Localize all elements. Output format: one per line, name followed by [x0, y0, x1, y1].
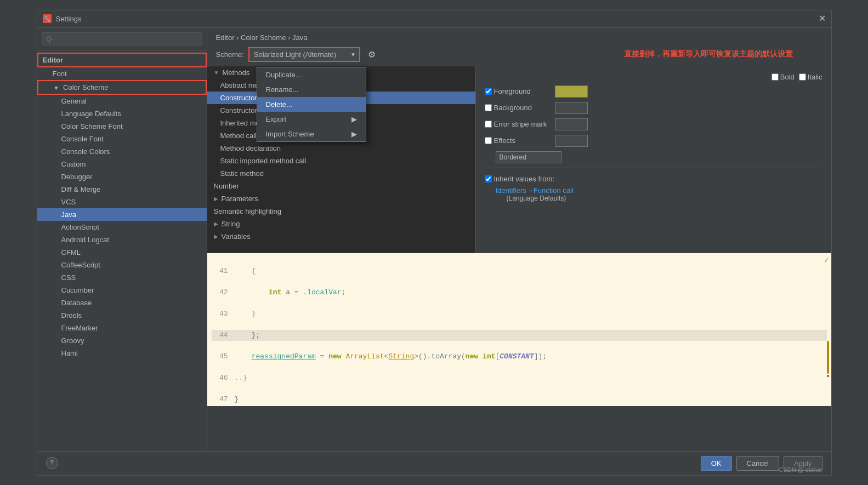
sidebar-item-editor[interactable]: Editor	[37, 53, 207, 67]
sidebar-item-label: Color Scheme Font	[61, 122, 123, 130]
ok-button[interactable]: OK	[701, 456, 732, 471]
sidebar-item-android-logcat[interactable]: Android Logcat	[37, 233, 207, 246]
inherit-checkbox[interactable]	[485, 175, 492, 182]
effects-type-select[interactable]: Bordered	[496, 151, 561, 163]
scheme-select[interactable]: Solarized Light (Alternate) Solarized Li…	[249, 48, 359, 61]
sidebar-item-actionscript[interactable]: ActionScript	[37, 221, 207, 233]
effects-checkbox[interactable]	[485, 137, 492, 144]
sidebar-item-database[interactable]: Database	[37, 296, 207, 309]
sidebar-item-label: General	[61, 97, 87, 105]
sidebar-item-general[interactable]: General	[37, 95, 207, 107]
foreground-checkbox[interactable]	[485, 88, 492, 95]
main-content: Editor › Color Scheme › Java Scheme: Sol…	[207, 28, 831, 451]
sidebar-item-debugger[interactable]: Debugger	[37, 170, 207, 183]
foreground-color-swatch[interactable]	[555, 85, 588, 98]
sidebar-item-custom[interactable]: Custom	[37, 158, 207, 170]
sidebar-item-label: Language Defaults	[61, 110, 121, 118]
divider	[485, 168, 822, 168]
sidebar-item-label: Editor	[43, 56, 64, 64]
dropdown-item-rename[interactable]: Rename...	[257, 82, 366, 97]
tree-item-variables[interactable]: ▶ Variables	[207, 230, 475, 243]
search-input[interactable]	[42, 32, 202, 45]
sidebar-item-freemarker[interactable]: FreeMarker	[37, 322, 207, 334]
error-stripe-label: Error stripe mark	[485, 120, 551, 128]
sidebar-item-label: Java	[61, 210, 76, 219]
inherit-sub: (Language Defaults)	[507, 195, 822, 202]
gear-button[interactable]: ⚙	[365, 48, 379, 61]
tree-item-parameters[interactable]: ▶ Parameters	[207, 192, 475, 205]
inherit-link[interactable]: Identifiers→Function call	[496, 186, 574, 195]
dropdown-item-duplicate[interactable]: Duplicate...	[257, 67, 366, 82]
sidebar-item-label: Debugger	[61, 173, 93, 181]
sidebar-item-language-defaults[interactable]: Language Defaults	[37, 107, 207, 120]
props-panel: Bold Italic Foreground	[476, 66, 831, 253]
sidebar-item-font[interactable]: Font	[37, 67, 207, 80]
background-color-swatch[interactable]	[555, 102, 588, 114]
sidebar-item-java[interactable]: Java	[37, 208, 207, 221]
sidebar-item-console-font[interactable]: Console Font	[37, 133, 207, 145]
code-line-44: 44 };	[212, 330, 827, 341]
sidebar-item-label: Database	[61, 299, 92, 307]
tree-item-static-method[interactable]: Static method	[207, 167, 475, 180]
code-line-43: 43 }	[212, 309, 827, 319]
effects-color-swatch[interactable]	[555, 135, 588, 147]
dropdown-item-export[interactable]: Export ▶	[257, 112, 366, 127]
scheme-dropdown[interactable]: Duplicate... Rename... Delete... Export …	[257, 67, 366, 142]
background-checkbox[interactable]	[485, 104, 492, 111]
code-line-42: 42 int a = .localVar;	[212, 287, 827, 298]
title-bar-left: 🔧 Settings	[43, 14, 82, 23]
tree-item-string[interactable]: ▶ String	[207, 218, 475, 230]
window-title: Settings	[56, 15, 82, 23]
sidebar-item-drools[interactable]: Drools	[37, 309, 207, 322]
tree-item-semantic[interactable]: Semantic highlighting	[207, 205, 475, 218]
dropdown-item-delete[interactable]: Delete...	[257, 97, 366, 112]
sidebar-item-label: Custom	[61, 160, 86, 168]
sidebar-item-console-colors[interactable]: Console Colors	[37, 145, 207, 158]
inherit-label: Inherit values from:	[485, 175, 822, 183]
sidebar-item-diff-merge[interactable]: Diff & Merge	[37, 183, 207, 196]
sidebar-item-haml[interactable]: Haml	[37, 347, 207, 360]
tree-item-label: Static method	[220, 169, 264, 178]
expand-arrow-icon: ▶	[214, 233, 218, 239]
foreground-label: Foreground	[485, 87, 551, 95]
error-marker	[827, 375, 829, 377]
italic-checkbox[interactable]	[799, 73, 806, 81]
cancel-button[interactable]: Cancel	[736, 456, 779, 471]
help-button[interactable]: ?	[46, 457, 58, 469]
error-stripe-checkbox[interactable]	[485, 121, 492, 128]
error-stripe-color-swatch[interactable]	[555, 118, 588, 130]
sidebar-item-label: Color Scheme	[63, 83, 108, 92]
sidebar-search[interactable]	[37, 28, 207, 50]
tree-item-number[interactable]: Number	[207, 180, 475, 192]
expand-arrow-icon: ▶	[214, 196, 218, 202]
annotation-text: 直接删掉，再重新导入即可恢复该主题的默认设置	[624, 49, 793, 59]
tree-item-method-declaration[interactable]: Method declaration	[207, 142, 475, 155]
tree-item-label: Semantic highlighting	[214, 207, 282, 215]
sidebar-item-cucumber[interactable]: Cucumber	[37, 284, 207, 296]
dropdown-item-import[interactable]: Import Scheme ▶	[257, 127, 366, 141]
sidebar-item-label: Cucumber	[61, 286, 94, 294]
tree-item-label: Variables	[222, 232, 251, 241]
sidebar-items: Editor Font ▼ Color Scheme General Langu…	[37, 50, 207, 451]
sidebar-item-label: CFML	[61, 248, 81, 256]
sidebar-item-label: FreeMarker	[61, 324, 98, 332]
sidebar-item-label: Font	[53, 70, 67, 78]
inherit-section: Inherit values from: Identifiers→Functio…	[485, 175, 822, 202]
sidebar-item-label: Console Colors	[61, 147, 110, 156]
expand-arrow-icon: ▼	[214, 70, 219, 76]
sidebar-item-color-scheme[interactable]: ▼ Color Scheme	[37, 80, 207, 95]
expand-arrow-icon: ▶	[214, 221, 218, 227]
close-button[interactable]: ✕	[819, 14, 826, 23]
sidebar-item-coffeescript[interactable]: CoffeeScript	[37, 259, 207, 271]
title-bar: 🔧 Settings ✕	[37, 10, 831, 28]
breadcrumb: Editor › Color Scheme › Java	[207, 28, 831, 45]
sidebar-item-css[interactable]: CSS	[37, 271, 207, 284]
checkmark-icon: ✓	[824, 255, 829, 265]
sidebar-item-color-scheme-font[interactable]: Color Scheme Font	[37, 120, 207, 133]
sidebar-item-groovy[interactable]: Groovy	[37, 334, 207, 347]
bold-checkbox[interactable]	[771, 73, 779, 81]
sidebar-item-vcs[interactable]: VCS	[37, 196, 207, 208]
tree-item-static-imported[interactable]: Static imported method call	[207, 155, 475, 167]
scheme-select-wrapper[interactable]: Solarized Light (Alternate) Solarized Li…	[248, 47, 360, 62]
sidebar-item-cfml[interactable]: CFML	[37, 246, 207, 259]
